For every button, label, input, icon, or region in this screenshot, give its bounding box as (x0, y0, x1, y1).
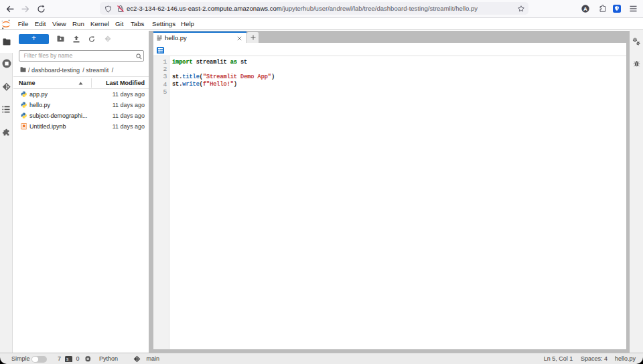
svg-text:A: A (583, 6, 587, 12)
svg-text:$_: $_ (66, 357, 71, 361)
